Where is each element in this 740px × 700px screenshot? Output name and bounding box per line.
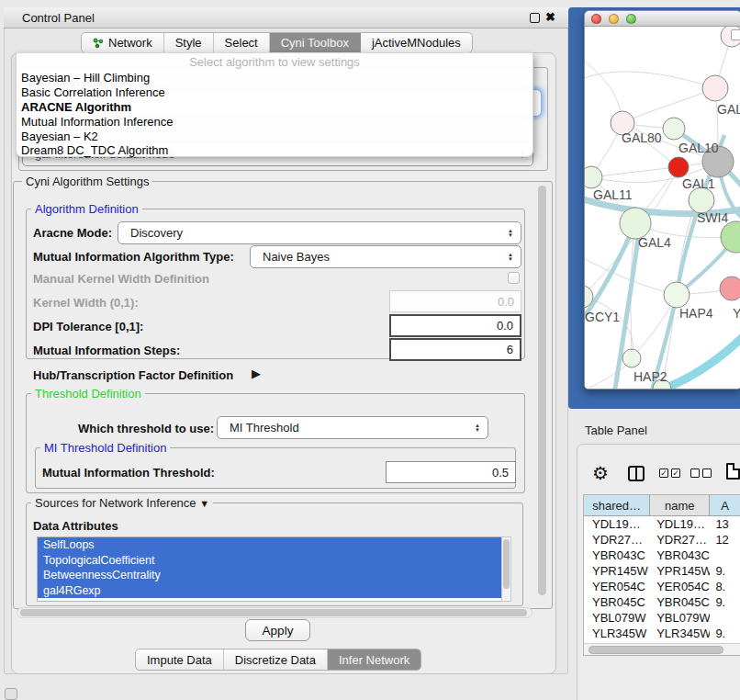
aracne-mode-value: Discovery — [130, 226, 183, 240]
menu-item-mutual-information[interactable]: Mutual Information Inference — [17, 114, 533, 129]
aracne-mode-combo[interactable]: Discovery ▲▼ — [118, 221, 521, 244]
collapsed-panel-icon[interactable] — [5, 688, 17, 700]
close-panel-icon[interactable]: ✖ — [545, 10, 555, 24]
mi-steps-field[interactable]: 6 — [389, 338, 521, 361]
tab-infer-network-label: Infer Network — [339, 653, 409, 667]
menu-item-basic-correlation[interactable]: Basic Correlation Inference — [17, 85, 533, 100]
node-label-gal4: GAL4 — [638, 235, 671, 250]
column-browser-icon[interactable] — [628, 466, 645, 481]
node-green-right[interactable] — [721, 221, 740, 253]
network-window-titlebar[interactable] — [585, 11, 740, 27]
column-header-clipped[interactable]: A — [710, 495, 740, 516]
node-y-clipped[interactable] — [720, 277, 740, 300]
aracne-mode-label: Aracne Mode: — [33, 226, 112, 240]
list-item-selfloops[interactable]: SelfLoops — [38, 537, 501, 553]
attributes-list-scrollbar-thumb[interactable] — [503, 539, 510, 589]
table-row[interactable]: YLR345WYLR345W9. — [584, 626, 740, 641]
network-icon — [93, 38, 104, 49]
tab-style[interactable]: Style — [164, 33, 214, 52]
menu-item-bayesian-k2[interactable]: Bayesian – K2 — [17, 129, 533, 143]
birdseye-overlay-box[interactable] — [731, 29, 740, 40]
node-gal-clipped[interactable] — [702, 75, 728, 101]
control-panel-titlebar[interactable]: Control Panel — [4, 7, 568, 28]
table-horizontal-scrollbar-thumb[interactable] — [589, 646, 723, 654]
tab-select-label: Select — [225, 36, 258, 50]
dpi-tolerance-field[interactable]: 0.0 — [389, 314, 521, 337]
mi-threshold-field[interactable]: 0.5 — [386, 461, 516, 483]
list-item-gal4rgexp[interactable]: gal4RGexp — [38, 583, 501, 599]
settings-horizontal-scrollbar-thumb[interactable] — [20, 609, 527, 616]
document-icon[interactable] — [726, 463, 740, 480]
manual-kernel-checkbox[interactable] — [508, 272, 520, 284]
mi-threshold-value: 0.5 — [492, 466, 509, 480]
table-row[interactable]: YDL19…YDL19…13 — [584, 516, 740, 532]
apply-button[interactable]: Apply — [245, 619, 310, 641]
table-row[interactable]: YBL079WYBL079W — [584, 610, 740, 626]
node-label-swi4: SWI4 — [697, 210, 728, 225]
menu-item-aracne[interactable]: ARACNE Algorithm — [17, 100, 533, 115]
zoom-window-icon[interactable] — [626, 14, 636, 24]
node-hap4[interactable] — [664, 282, 690, 308]
tab-impute-data[interactable]: Impute Data — [136, 649, 224, 670]
menu-item-dream8[interactable]: Dream8 DC_TDC Algorithm — [17, 143, 533, 158]
node-gal11[interactable] — [585, 166, 602, 188]
tab-cyni-toolbox[interactable]: Cyni Toolbox — [270, 33, 361, 52]
tab-select[interactable]: Select — [214, 33, 270, 52]
table-row[interactable]: YDR27…YDR27…12 — [584, 532, 740, 548]
node-gal1-red[interactable] — [668, 157, 689, 177]
tab-infer-network[interactable]: Infer Network — [328, 649, 420, 670]
table-body: YDL19…YDL19…13 YDR27…YDR27…12 YBR043CYBR… — [584, 516, 740, 652]
tab-style-label: Style — [175, 36, 202, 50]
node-swi4[interactable] — [689, 187, 714, 213]
node-label-gal: GAL — [717, 102, 740, 117]
network-window: GAL GAL80 GAL10 GAL1 GAL11 SWI4 GAL4 GCY… — [584, 10, 740, 390]
threshold-definition-title: Threshold Definition — [31, 387, 145, 401]
kernel-width-value: 0.0 — [498, 295, 514, 309]
settings-vertical-scrollbar[interactable] — [536, 184, 547, 604]
table-header-row: shared… name A — [584, 495, 740, 516]
settings-vertical-scrollbar-thumb[interactable] — [538, 186, 546, 595]
disclosure-right-icon[interactable]: ▶ — [252, 367, 261, 380]
deselect-all-checkboxes-icon[interactable] — [690, 469, 712, 478]
settings-horizontal-scrollbar[interactable] — [17, 607, 533, 618]
table-row[interactable]: YPR145WYPR145W9. — [584, 563, 740, 579]
mi-type-combo[interactable]: Naive Bayes ▲▼ — [250, 245, 521, 268]
tab-discretize-data[interactable]: Discretize Data — [224, 649, 328, 670]
which-threshold-combo[interactable]: MI Threshold ▲▼ — [217, 416, 488, 439]
disclosure-down-icon[interactable]: ▼ — [199, 498, 209, 509]
kernel-width-label: Kernel Width (0,1): — [33, 296, 139, 310]
column-header-shared-name[interactable]: shared… — [584, 495, 650, 516]
dpi-tolerance-value: 0.0 — [497, 319, 513, 333]
node-label-y: Y — [733, 306, 740, 321]
tab-network[interactable]: Network — [82, 33, 164, 52]
table-row[interactable]: YER054CYER054C8. — [584, 579, 740, 594]
tab-discretize-data-label: Discretize Data — [235, 653, 316, 667]
table-horizontal-scrollbar[interactable] — [584, 643, 740, 655]
minimize-window-icon[interactable] — [609, 14, 619, 24]
column-header-name[interactable]: name — [650, 495, 710, 516]
node-gal4[interactable] — [620, 208, 651, 239]
node-hap2[interactable] — [622, 349, 641, 367]
node-label-gal1: GAL1 — [682, 176, 715, 191]
node-label-gcy1: GCY1 — [585, 310, 620, 324]
node-gal10[interactable] — [663, 118, 685, 140]
list-item-betweennesscentrality[interactable]: BetweennessCentrality — [38, 568, 501, 583]
algorithm-definition-title: Algorithm Definition — [31, 202, 142, 216]
mi-steps-label: Mutual Information Steps: — [33, 344, 180, 357]
table-row[interactable]: YBR043CYBR043C — [584, 548, 740, 563]
menu-item-bayesian-hill-climbing[interactable]: Bayesian – Hill Climbing — [17, 71, 533, 85]
popup-prompt: Select algorithm to view settings — [17, 53, 533, 71]
control-panel-title: Control Panel — [22, 11, 95, 25]
network-canvas[interactable]: GAL GAL80 GAL10 GAL1 GAL11 SWI4 GAL4 GCY… — [585, 27, 740, 390]
attributes-list-scrollbar[interactable] — [501, 536, 511, 602]
close-window-icon[interactable] — [591, 14, 601, 24]
table-row[interactable]: YBR045CYBR045C9. — [584, 594, 740, 610]
table-panel-title: Table Panel — [585, 423, 647, 437]
list-item-topologicalcoefficient[interactable]: TopologicalCoefficient — [38, 553, 501, 569]
select-all-checkboxes-icon[interactable]: ✓✓ — [659, 469, 680, 478]
tab-jactivemnodules[interactable]: jActiveMNodules — [361, 33, 472, 52]
float-panel-icon[interactable] — [530, 13, 540, 23]
gear-icon[interactable]: ⚙ — [592, 462, 609, 484]
mi-type-value: Naive Bayes — [263, 250, 330, 264]
kernel-width-field[interactable]: 0.0 — [389, 290, 521, 312]
